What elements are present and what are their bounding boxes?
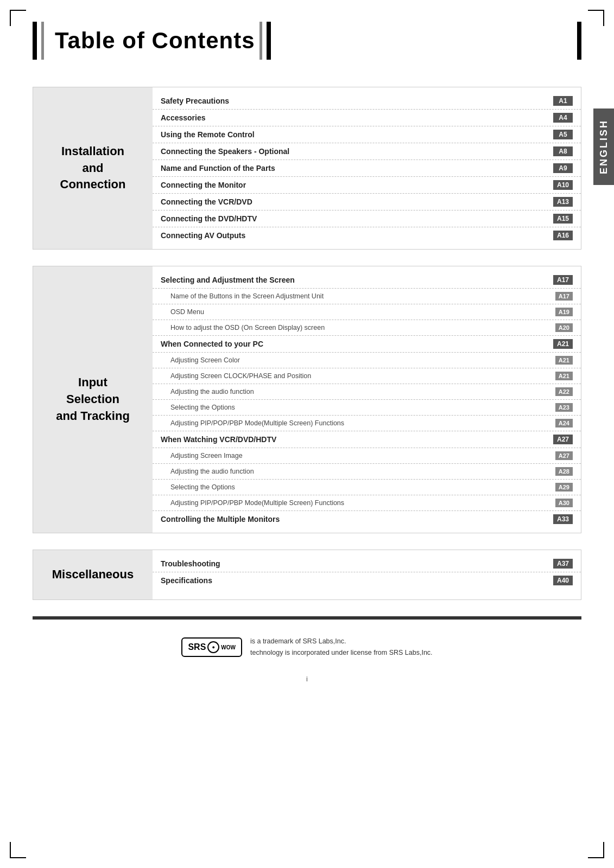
toc-entry: Connecting the MonitorA10 <box>153 177 581 194</box>
corner-mark-tr <box>588 10 604 26</box>
section-label-input: InputSelectionand Tracking <box>33 266 153 533</box>
toc-entry-title: Adjusting Screen Image <box>161 452 555 459</box>
toc-entry-title: When Watching VCR/DVD/HDTV <box>161 435 553 444</box>
toc-entry: Safety PrecautionsA1 <box>153 93 581 110</box>
toc-entry-title: Connecting the VCR/DVD <box>161 197 553 206</box>
english-sidebar: ENGLISH <box>593 108 614 185</box>
toc-entry-page: A21 <box>555 372 573 380</box>
toc-entry: Selecting the OptionsA23 <box>153 400 581 416</box>
toc-entry-title: Using the Remote Control <box>161 130 553 139</box>
footer-line2: technology is incorporated under license… <box>250 647 433 659</box>
toc-entry: AccessoriesA4 <box>153 110 581 126</box>
section-input: InputSelectionand TrackingSelecting and … <box>33 266 581 533</box>
toc-entry-page: A21 <box>553 339 573 349</box>
toc-entry-title: Accessories <box>161 113 553 122</box>
main-content: Table of Contents InstallationandConnect… <box>33 22 581 683</box>
page-title: Table of Contents <box>55 28 255 54</box>
toc-entry: Connecting the VCR/DVDA13 <box>153 194 581 210</box>
toc-entry-title: Adjusting the audio function <box>161 388 555 395</box>
toc-entry-title: When Connected to your PC <box>161 340 553 348</box>
toc-entry-title: Adjusting PIP/POP/PBP Mode(Multiple Scre… <box>161 419 555 427</box>
page-number: i <box>33 675 581 683</box>
srs-logo: SRS ● WOW <box>181 637 242 657</box>
toc-entry: Name and Function of the PartsA9 <box>153 160 581 177</box>
toc-entry-page: A13 <box>553 197 573 207</box>
toc-entry-title: How to adjust the OSD (On Screen Display… <box>161 324 555 331</box>
toc-entry: Using the Remote ControlA5 <box>153 126 581 143</box>
bottom-bar <box>33 616 581 620</box>
toc-entry-page: A8 <box>553 146 573 156</box>
toc-entry-title: Selecting the Options <box>161 483 555 491</box>
toc-entry: Adjusting Screen ImageA27 <box>153 448 581 464</box>
toc-entry-page: A16 <box>553 231 573 240</box>
title-bar-left <box>33 22 37 60</box>
corner-mark-bl <box>10 842 26 858</box>
footer-text: is a trademark of SRS Labs,Inc. technolo… <box>250 636 433 659</box>
section-label-installation: InstallationandConnection <box>33 87 153 249</box>
corner-mark-tl <box>10 10 26 26</box>
section-miscellaneous: MiscellaneousTroubleshootingA37Specifica… <box>33 550 581 600</box>
toc-entry-page: A1 <box>553 96 573 106</box>
toc-entry-page: A27 <box>553 435 573 444</box>
toc-entry-page: A27 <box>555 451 573 460</box>
sections-container: InstallationandConnectionSafety Precauti… <box>33 87 581 600</box>
srs-text: SRS <box>188 642 206 652</box>
toc-entry: Adjusting PIP/POP/PBP Mode(Multiple Scre… <box>153 416 581 431</box>
toc-entry: How to adjust the OSD (On Screen Display… <box>153 320 581 336</box>
toc-entry-title: Adjusting PIP/POP/PBP Mode(Multiple Scre… <box>161 499 555 507</box>
title-area: Table of Contents <box>33 22 581 60</box>
toc-entry: Adjusting Screen ColorA21 <box>153 353 581 368</box>
section-label-text-miscellaneous: Miscellaneous <box>52 566 134 583</box>
toc-entry: Connecting the Speakers - OptionalA8 <box>153 143 581 160</box>
toc-entry-page: A17 <box>553 275 573 285</box>
toc-entry: When Connected to your PCA21 <box>153 336 581 353</box>
footer-line1: is a trademark of SRS Labs,Inc. <box>250 636 433 647</box>
toc-entry: Adjusting the audio functionA28 <box>153 464 581 480</box>
toc-entry-page: A40 <box>553 576 573 585</box>
section-installation: InstallationandConnectionSafety Precauti… <box>33 87 581 250</box>
wow-text: WOW <box>221 644 236 650</box>
toc-entry: Adjusting the audio functionA22 <box>153 384 581 400</box>
toc-entry-page: A9 <box>553 163 573 173</box>
toc-entry-page: A20 <box>555 323 573 332</box>
toc-entry-title: Connecting the Monitor <box>161 181 553 189</box>
toc-entry-page: A33 <box>553 514 573 524</box>
sidebar-language-label: ENGLISH <box>598 119 610 174</box>
toc-entry-page: A17 <box>555 292 573 301</box>
toc-entry-page: A21 <box>555 356 573 365</box>
toc-entry-title: Specifications <box>161 576 553 585</box>
toc-entry-title: Controlling the Multiple Monitors <box>161 515 553 524</box>
toc-entry-title: OSD Menu <box>161 308 555 316</box>
toc-entry: OSD MenuA19 <box>153 304 581 320</box>
toc-entry-page: A10 <box>553 180 573 190</box>
toc-entry-page: A19 <box>555 308 573 316</box>
toc-entry-title: Adjusting Screen CLOCK/PHASE and Positio… <box>161 372 555 380</box>
toc-entry-title: Connecting the Speakers - Optional <box>161 147 553 156</box>
toc-entry: Name of the Buttons in the Screen Adjust… <box>153 289 581 304</box>
toc-entry-page: A5 <box>553 130 573 139</box>
toc-entry-page: A30 <box>555 499 573 507</box>
toc-entry-page: A28 <box>555 467 573 476</box>
title-bar-left2 <box>41 22 44 60</box>
toc-entry-title: Connecting AV Outputs <box>161 231 553 240</box>
footer-area: SRS ● WOW is a trademark of SRS Labs,Inc… <box>33 636 581 659</box>
toc-entry-title: Connecting the DVD/HDTV <box>161 214 553 223</box>
toc-entry-page: A29 <box>555 483 573 492</box>
toc-entry-title: Troubleshooting <box>161 559 553 568</box>
toc-entry-page: A24 <box>555 419 573 427</box>
toc-entry-title: Safety Precautions <box>161 97 553 105</box>
corner-mark-br <box>588 842 604 858</box>
toc-entry-title: Selecting and Adjustment the Screen <box>161 276 553 284</box>
toc-entries-installation: Safety PrecautionsA1AccessoriesA4Using t… <box>153 87 581 249</box>
toc-entry: Connecting AV OutputsA16 <box>153 227 581 244</box>
toc-entry-page: A37 <box>553 559 573 569</box>
toc-entry: TroubleshootingA37 <box>153 556 581 572</box>
toc-entry-page: A22 <box>555 387 573 396</box>
section-label-text-input: InputSelectionand Tracking <box>56 374 130 424</box>
toc-entry-page: A15 <box>553 214 573 224</box>
toc-entry: Selecting the OptionsA29 <box>153 480 581 495</box>
toc-entries-miscellaneous: TroubleshootingA37SpecificationsA40 <box>153 550 581 599</box>
toc-entry-page: A23 <box>555 403 573 412</box>
toc-entry: Controlling the Multiple MonitorsA33 <box>153 511 581 527</box>
title-bar-right <box>259 22 262 60</box>
